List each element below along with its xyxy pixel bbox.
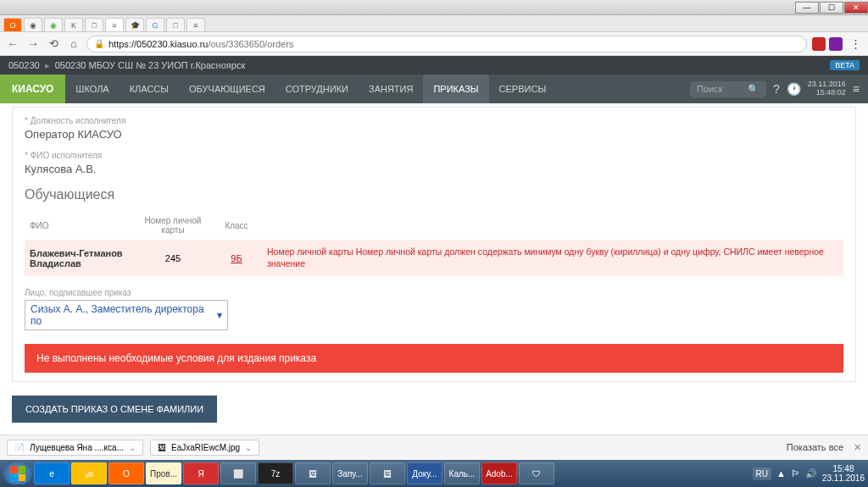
nav-lessons[interactable]: ЗАНЯТИЯ (359, 75, 423, 103)
tb-app-4[interactable]: Я (183, 462, 219, 484)
tb-app-10[interactable]: Доку... (407, 462, 442, 484)
student-class: 9Б (211, 240, 262, 276)
downloads-bar: 📄 Лущевцева Яна ....кса... ⌄ 🖼 EaJxaRIEw… (0, 434, 868, 460)
tb-app-9[interactable]: 🖼 (370, 462, 405, 484)
window-minimize[interactable]: — (795, 2, 819, 14)
tb-app-7[interactable]: 🖼 (295, 462, 331, 484)
search-icon: 🔍 (748, 84, 760, 95)
bc-sep: ▸ (45, 60, 50, 71)
download-item-1[interactable]: 📄 Лущевцева Яна ....кса... ⌄ (7, 440, 143, 456)
tab-4[interactable]: K (64, 18, 83, 31)
url-path: /ous/3363650/orders (208, 39, 293, 49)
file-icon: 📄 (14, 443, 25, 452)
forward-button[interactable]: → (25, 36, 41, 52)
chevron-icon: ⌄ (129, 443, 136, 452)
tb-app-11[interactable]: Каль... (444, 462, 480, 484)
bc-school[interactable]: 050230 МБОУ СШ № 23 УИОП г.Красноярск (55, 60, 245, 70)
tab-6-active[interactable]: ≡ (105, 18, 124, 31)
start-button[interactable] (3, 462, 32, 484)
main-nav: КИАСУО ШКОЛА КЛАССЫ ОБУЧАЮЩИЕСЯ СОТРУДНИ… (0, 75, 868, 103)
url-input[interactable]: 🔒 https://050230.kiasuo.ru/ous/3363650/o… (86, 36, 807, 53)
content: * Должность исполнителя Оператор КИАСУО … (0, 103, 868, 425)
th-card: Номер личной карты (135, 211, 211, 240)
browser-tabs: O ◉ ◉ K □ ≡ 🎓 G □ ≡ (0, 15, 868, 32)
signer-label: Лицо, подписавшее приказ (25, 288, 843, 297)
tab-7[interactable]: 🎓 (125, 18, 144, 31)
form-panel: * Должность исполнителя Оператор КИАСУО … (12, 107, 856, 382)
th-class: Класс (211, 211, 262, 240)
signer-value: Сизых А. А., Заместитель директора по (31, 303, 217, 327)
back-button[interactable]: ← (5, 36, 20, 52)
home-button[interactable]: ⌂ (66, 36, 81, 52)
download-item-2[interactable]: 🖼 EaJxaRIEwcM.jpg ⌄ (150, 440, 259, 456)
image-icon: 🖼 (158, 443, 166, 452)
tb-app-0[interactable]: e (34, 462, 70, 484)
tb-app-5[interactable]: ⬜ (220, 462, 256, 484)
menu-icon[interactable]: ⋮ (848, 36, 863, 52)
tb-app-1[interactable]: 📁 (71, 462, 107, 484)
tb-app-12[interactable]: Adob... (481, 462, 517, 484)
nav-school[interactable]: ШКОЛА (65, 75, 119, 103)
beta-badge: BETA (830, 60, 860, 70)
tb-app-13[interactable]: 🛡 (519, 462, 554, 484)
taskbar-clock[interactable]: 15:4823.11.2016 (822, 464, 865, 483)
search-placeholder: Поиск (697, 84, 722, 94)
fio-value[interactable]: Кулясова А.В. (25, 163, 843, 175)
extension-icon-2[interactable] (829, 37, 843, 51)
create-order-button[interactable]: СОЗДАТЬ ПРИКАЗ О СМЕНЕ ФАМИЛИИ (12, 396, 217, 423)
tab-9[interactable]: □ (166, 18, 185, 31)
window-titlebar: — ☐ ✕ (0, 0, 868, 15)
tab-2[interactable]: ◉ (24, 18, 42, 31)
address-bar: ← → ⟲ ⌂ 🔒 https://050230.kiasuo.ru/ous/3… (0, 32, 868, 56)
row-error: Номер личной карты Номер личной карты до… (262, 240, 843, 276)
student-card: 245 (135, 240, 211, 276)
nav-staff[interactable]: СОТРУДНИКИ (275, 75, 359, 103)
chevron-down-icon: ▾ (217, 309, 222, 321)
tb-app-6[interactable]: 7z (258, 462, 293, 484)
fio-label: * ФИО исполнителя (25, 151, 843, 160)
position-value[interactable]: Оператор КИАСУО (25, 128, 843, 141)
students-table: ФИО Номер личной карты Класс Блажевич-Ге… (25, 211, 843, 276)
tab-1[interactable]: O (3, 18, 22, 31)
volume-icon[interactable]: 🔊 (805, 468, 817, 479)
flag-icon[interactable]: 🏳 (791, 468, 800, 479)
window-maximize[interactable]: ☐ (820, 2, 843, 14)
reload-button[interactable]: ⟲ (46, 36, 61, 52)
breadcrumb: 050230 ▸ 050230 МБОУ СШ № 23 УИОП г.Крас… (0, 56, 868, 75)
tray-icon[interactable]: ▲ (776, 468, 786, 479)
signer-select[interactable]: Сизых А. А., Заместитель директора по ▾ (25, 300, 228, 330)
student-name[interactable]: Блажевич-Гетманов Владислав (25, 240, 135, 276)
error-alert: Не выполнены необходимые условия для изд… (25, 344, 843, 373)
lock-icon: 🔒 (94, 39, 104, 48)
close-icon[interactable]: ✕ (854, 442, 861, 452)
window-close[interactable]: ✕ (844, 2, 868, 14)
lang-indicator[interactable]: RU (753, 468, 771, 480)
datetime: 23.11.201615:48:02 (808, 80, 846, 97)
logo[interactable]: КИАСУО (0, 75, 65, 103)
search-input[interactable]: Поиск 🔍 (690, 81, 766, 97)
th-fio: ФИО (25, 211, 135, 240)
clock-icon[interactable]: 🕐 (787, 82, 801, 96)
taskbar: e 📁 O Пров... Я ⬜ 7z 🖼 Запу... 🖼 Доку...… (0, 460, 868, 487)
bc-code[interactable]: 050230 (8, 60, 40, 70)
signer-block: Лицо, подписавшее приказ Сизых А. А., За… (25, 288, 843, 330)
tb-app-8[interactable]: Запу... (332, 462, 368, 484)
tab-3[interactable]: ◉ (44, 18, 63, 31)
nav-orders[interactable]: ПРИКАЗЫ (423, 75, 488, 103)
nav-classes[interactable]: КЛАССЫ (120, 75, 179, 103)
nav-services[interactable]: СЕРВИСЫ (489, 75, 557, 103)
extension-icon-1[interactable] (812, 37, 826, 51)
table-row: Блажевич-Гетманов Владислав 245 9Б Номер… (25, 240, 843, 276)
position-label: * Должность исполнителя (25, 116, 843, 125)
show-all-downloads[interactable]: Показать все✕ (787, 442, 861, 453)
chevron-icon: ⌄ (245, 443, 252, 452)
tab-5[interactable]: □ (85, 18, 103, 31)
tab-8[interactable]: G (146, 18, 164, 31)
help-icon[interactable]: ? (773, 82, 780, 96)
nav-students[interactable]: ОБУЧАЮЩИЕСЯ (179, 75, 275, 103)
menu-burger-icon[interactable]: ≡ (853, 82, 860, 96)
tb-app-2[interactable]: O (108, 462, 144, 484)
url-domain: https://050230.kiasuo.ru (108, 39, 208, 49)
tab-10[interactable]: ≡ (186, 18, 205, 31)
tb-app-3[interactable]: Пров... (146, 462, 181, 484)
